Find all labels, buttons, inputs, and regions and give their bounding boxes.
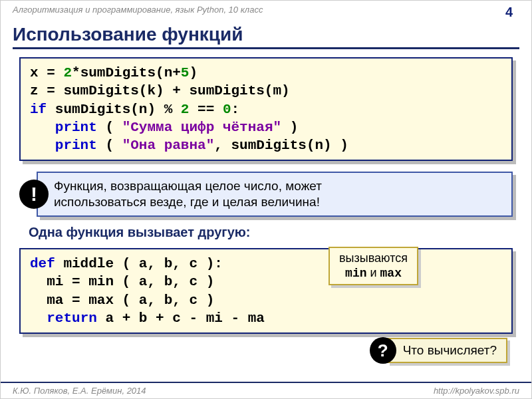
code-block-2: def middle ( a, b, c ): mi = min ( a, b,… xyxy=(19,248,513,334)
slide-title: Использование функций xyxy=(13,24,519,49)
page-number: 4 xyxy=(505,5,513,20)
note-row: ! Функция, возвращающая целое число, мож… xyxy=(19,172,513,217)
footer-authors: К.Ю. Поляков, Е.А. Ерёмин, 2014 xyxy=(13,386,146,396)
question-icon: ? xyxy=(370,337,396,364)
note-line1: Функция, возвращающая целое число, может xyxy=(54,178,503,194)
question-box: Что вычисляет? xyxy=(387,338,507,363)
course-title: Алгоритмизация и программирование, язык … xyxy=(13,5,263,20)
callout-box: вызываются min и max xyxy=(329,247,418,285)
footer-url: http://kpolyakov.spb.ru xyxy=(434,386,519,396)
note-line2: использоваться везде, где и целая величи… xyxy=(54,194,503,210)
exclamation-icon: ! xyxy=(19,180,49,209)
callout-line2: min и max xyxy=(339,265,408,281)
code-block-1: x = 2*sumDigits(n+5) z = sumDigits(k) + … xyxy=(19,57,513,161)
question-row: ? Что вычисляет? xyxy=(370,337,507,364)
subheading: Одна функция вызывает другую: xyxy=(29,225,513,240)
callout-line1: вызываются xyxy=(339,251,408,266)
note-box: Функция, возвращающая целое число, может… xyxy=(37,172,513,217)
header: Алгоритмизация и программирование, язык … xyxy=(1,1,531,21)
footer: К.Ю. Поляков, Е.А. Ерёмин, 2014 http://k… xyxy=(1,382,531,396)
